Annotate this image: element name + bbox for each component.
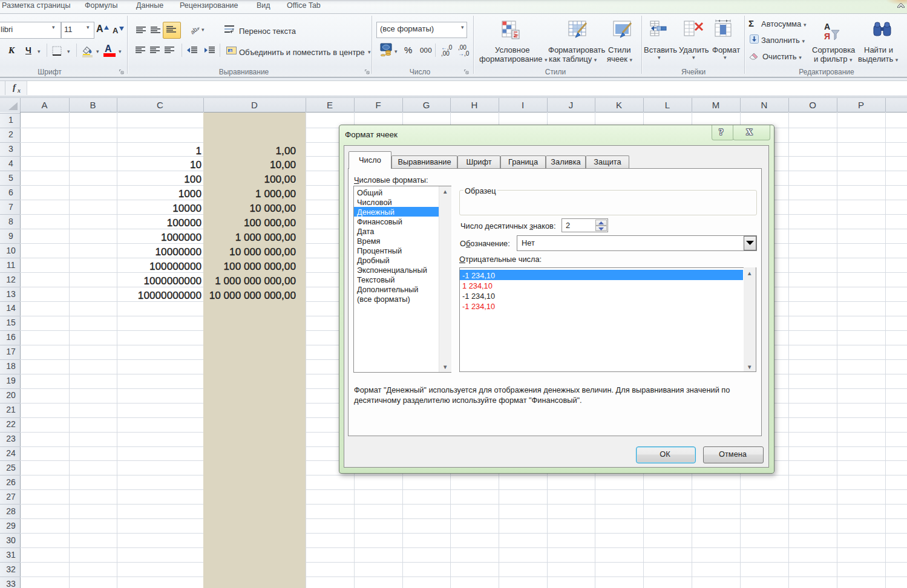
svg-text:a: a: [229, 48, 232, 53]
svg-text:А: А: [824, 22, 830, 31]
svg-text:Я: Я: [824, 31, 830, 41]
